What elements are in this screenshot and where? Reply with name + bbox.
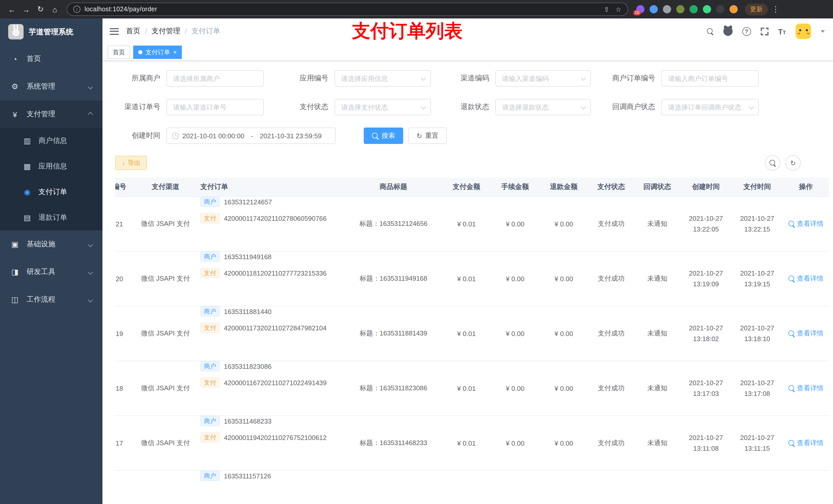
pay-order-no: 4200001194202110276752100612 <box>224 434 327 441</box>
back-icon[interactable]: ← <box>5 3 19 16</box>
merchant-order-no: 1635312124657 <box>224 198 272 206</box>
extension-colorful-icon[interactable]: 10 <box>636 5 644 13</box>
extension-olive-icon[interactable] <box>676 5 685 13</box>
forward-icon[interactable]: → <box>20 3 33 16</box>
sidebar-item-0[interactable]: ◔首页 <box>0 45 102 73</box>
tab-1[interactable]: 支付订单× <box>133 46 182 59</box>
extension-chat-icon[interactable] <box>703 5 711 13</box>
filter-field-3: 商户订单编号 <box>612 70 759 87</box>
refresh-icon: ↻ <box>416 132 422 140</box>
filter-field-create-time: 创建时间 2021-10-01 00:00:00 - 2021-10-31 23… <box>115 127 336 144</box>
export-button[interactable]: ↓导出 <box>115 156 147 170</box>
view-detail-link[interactable]: 查看详情 <box>788 438 824 448</box>
tab-label: 首页 <box>113 48 125 56</box>
column-header-5: 手续金额 <box>491 178 540 196</box>
address-bar[interactable]: i localhost:1024/pay/order ⇧ ☆ <box>67 3 628 16</box>
view-detail-link[interactable]: 查看详情 <box>788 274 824 283</box>
sidebar-item-4[interactable]: ◨研发工具 <box>0 258 102 286</box>
view-detail-link[interactable]: 查看详情 <box>788 329 824 338</box>
cell-pay-status: 支付成功 <box>588 251 634 306</box>
font-size-icon[interactable]: TT <box>778 27 786 35</box>
filter-input[interactable] <box>335 99 431 115</box>
breadcrumb-item-1[interactable]: 支付管理 <box>152 27 180 36</box>
close-icon[interactable]: × <box>173 49 177 55</box>
browser-menu-icon[interactable]: ⋮ <box>769 3 782 16</box>
filter-field-2: 渠道编码 <box>452 70 591 87</box>
fullscreen-icon[interactable] <box>761 27 768 35</box>
browser-update-button[interactable]: 更新 <box>745 3 768 15</box>
filter-input[interactable] <box>495 70 591 87</box>
breadcrumb-separator: / <box>145 27 147 35</box>
search-button[interactable]: 搜索 <box>364 127 403 144</box>
app-icon: ▦ <box>23 162 32 171</box>
filter-input[interactable] <box>335 70 431 87</box>
filter-input[interactable] <box>166 70 264 87</box>
sidebar-item-3[interactable]: ▣基础设施 <box>0 231 102 258</box>
pay-order-no: 4200001174202110278060590766 <box>224 214 327 222</box>
view-detail-label: 查看详情 <box>797 384 824 393</box>
sidebar-item-1[interactable]: ⚙系统管理 <box>0 73 102 100</box>
search-icon <box>788 440 795 447</box>
cell-title: 标题：1635311881439 <box>345 306 442 361</box>
extension-gray-icon[interactable] <box>663 5 671 13</box>
clock-icon <box>172 133 179 139</box>
refresh-table-button[interactable]: ↻ <box>785 155 801 171</box>
filter-input[interactable] <box>661 99 759 115</box>
view-detail-link[interactable]: 查看详情 <box>788 384 824 393</box>
extension-blue-icon[interactable] <box>649 5 658 13</box>
cell-action: 查看详情 <box>783 197 829 251</box>
extension-emoji-icon[interactable] <box>730 5 738 13</box>
sidebar-toggle-icon[interactable] <box>110 28 119 34</box>
toggle-search-button[interactable] <box>765 155 780 171</box>
extension-badge: 10 <box>633 10 641 15</box>
bookmark-star-icon[interactable]: ☆ <box>616 5 621 13</box>
table-row: 20微信 JSAPI 支付商户1635311949168支付4200001181… <box>115 251 829 306</box>
sidebar-subitem-3[interactable]: ▤退款订单 <box>0 205 102 231</box>
filter-label: 退款状态 <box>452 102 495 112</box>
table-row: 21微信 JSAPI 支付商户1635312124657支付4200001174… <box>115 197 829 251</box>
search-icon[interactable] <box>707 28 713 34</box>
search-icon <box>769 160 776 166</box>
sidebar-subitem-2[interactable]: ◉支付订单 <box>0 179 102 205</box>
filter-input-wrap <box>495 99 591 115</box>
page-content: 所属商户应用编号渠道编码商户订单编号渠道订单号支付状态退款状态回调商户状态 创建… <box>102 61 833 504</box>
help-icon[interactable]: ? <box>742 27 751 35</box>
extension-dark-icon[interactable] <box>716 5 724 13</box>
merchant-order-no: 1635311881440 <box>224 308 271 315</box>
filter-input[interactable] <box>166 99 264 115</box>
chevron-down-icon[interactable] <box>821 30 825 32</box>
sidebar-subitem-1[interactable]: ▦应用信息 <box>0 154 102 179</box>
extensions-area: 10 <box>636 5 738 13</box>
avatar[interactable] <box>795 24 811 39</box>
share-icon[interactable]: ⇧ <box>604 5 610 13</box>
view-detail-link[interactable]: 查看详情 <box>788 219 824 229</box>
tab-0[interactable]: 首页 <box>108 46 130 59</box>
cell-pay-time: 2021-10-2713:17:08 <box>732 361 783 415</box>
date-range-input[interactable]: 2021-10-01 00:00:00 - 2021-10-31 23:59:5… <box>166 127 336 144</box>
breadcrumb-item-0[interactable]: 首页 <box>126 27 140 36</box>
cell-refund-amount: ¥ 0.00 <box>540 306 588 361</box>
sidebar-item-5[interactable]: ◫工作流程 <box>0 286 102 313</box>
date-value: 2021-10-27 <box>689 268 723 279</box>
time-value: 13:19:09 <box>693 279 719 290</box>
column-header-6: 退款金额 <box>540 178 588 196</box>
github-icon[interactable] <box>723 27 732 36</box>
cell-fee-amount <box>491 471 540 504</box>
home-icon[interactable]: ⌂ <box>48 3 62 16</box>
cell-pay-status <box>588 471 634 504</box>
reset-button[interactable]: ↻重置 <box>408 127 447 144</box>
cell-pay-amount: ¥ 0.01 <box>442 251 491 306</box>
filter-label: 应用编号 <box>285 74 335 83</box>
sidebar-menu: ◔首页⚙系统管理¥支付管理▥商户信息▦应用信息◉支付订单▤退款订单▣基础设施◨研… <box>0 45 102 313</box>
extension-green-check-icon[interactable] <box>690 5 698 13</box>
filter-input[interactable] <box>661 70 759 87</box>
merchant-order-no: 1635311949168 <box>224 253 271 261</box>
cell-create-time <box>680 471 732 504</box>
sidebar-item-2[interactable]: ¥支付管理 <box>0 100 102 128</box>
sidebar-subitem-0[interactable]: ▥商户信息 <box>0 128 102 154</box>
site-info-icon[interactable]: i <box>73 6 80 13</box>
filter-input[interactable] <box>495 99 591 115</box>
column-header-10: 支付时间 <box>732 178 783 196</box>
pay-tag: 支付 <box>200 378 220 388</box>
reload-icon[interactable]: ↻ <box>34 3 47 16</box>
